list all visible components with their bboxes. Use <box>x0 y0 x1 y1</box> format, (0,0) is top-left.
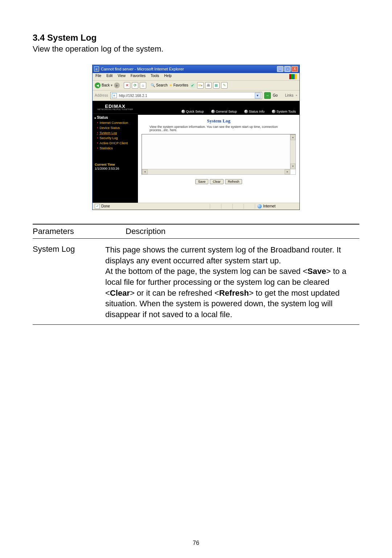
go-label: Go <box>273 94 278 97</box>
banner-status-info[interactable]: Status Info <box>244 110 265 113</box>
col-description: Description <box>126 227 166 236</box>
banner-system-tools[interactable]: System Tools <box>272 110 296 113</box>
sidebar-section-status[interactable]: Status <box>93 114 138 120</box>
banner-general-setup[interactable]: General Setup <box>211 110 237 113</box>
save-button[interactable]: Save <box>195 179 209 184</box>
search-button[interactable]: 🔍Search <box>151 84 168 87</box>
menu-view[interactable]: View <box>118 74 126 79</box>
sidebar-item-system-log[interactable]: System Log <box>97 130 138 136</box>
favorites-label: Favorites <box>173 84 188 87</box>
back-arrow-icon: ◄ <box>95 82 101 88</box>
page-number: 76 <box>0 540 392 546</box>
table-row: System Log This page shows the current s… <box>33 239 359 324</box>
menu-help[interactable]: Help <box>164 74 172 79</box>
current-time-label: Current Time <box>93 152 138 167</box>
main-panel: Quick Setup General Setup Status Info Sy… <box>138 101 299 203</box>
banner-label: System Tools <box>277 110 296 113</box>
top-banner: Quick Setup General Setup Status Info Sy… <box>138 101 299 115</box>
sidebar-item-device-status[interactable]: Device Status <box>97 125 138 130</box>
window-title: Cannot find server - Microsoft Internet … <box>101 67 277 71</box>
banner-label: Status Info <box>249 110 265 113</box>
status-done-label: Done <box>101 205 110 208</box>
address-box: e ▾ <box>110 92 262 99</box>
navigation-toolbar: ◄Back▾ ► · ✕ ⟳ ⌂ 🔍Search ★Favorites ✔ ✉▾… <box>93 81 299 90</box>
discuss-button[interactable]: ✎ <box>221 82 228 89</box>
ie-window: e Cannot find server - Microsoft Interne… <box>92 65 300 210</box>
panel-title: System Log <box>141 117 297 125</box>
refresh-button[interactable]: ⟳ <box>132 82 138 89</box>
mail-button[interactable]: ✉▾ <box>197 82 204 89</box>
desc-bold-clear: Clear <box>110 288 130 298</box>
desc-line-a: This page shows the current system log o… <box>105 245 341 265</box>
scroll-left-icon[interactable]: ◂ <box>142 169 148 174</box>
links-label[interactable]: Links <box>285 94 293 97</box>
url-input[interactable] <box>118 93 253 98</box>
table-header-row: Parameters Description <box>33 225 359 238</box>
ie-app-icon: e <box>94 66 99 72</box>
screenshot-figure: e Cannot find server - Microsoft Interne… <box>33 65 359 210</box>
forward-button[interactable]: ► <box>114 82 120 88</box>
sidebar-item-security-log[interactable]: Security Log <box>97 136 138 141</box>
star-icon: ★ <box>169 84 172 87</box>
home-button[interactable]: ⌂ <box>140 82 146 89</box>
menu-bar: File Edit View Favorites Tools Help <box>93 73 299 81</box>
menu-edit[interactable]: Edit <box>106 74 113 79</box>
favorites-button[interactable]: ★Favorites <box>169 84 188 87</box>
chevron-down-icon: ▾ <box>111 84 113 87</box>
print-button[interactable]: 🖶 <box>205 82 212 89</box>
desc-fragment: > or it can be refreshed < <box>130 288 219 298</box>
banner-label: General Setup <box>216 110 237 113</box>
search-label: Search <box>156 84 168 87</box>
menu-tools[interactable]: Tools <box>151 74 159 79</box>
table-rule-bottom <box>33 324 359 325</box>
section-heading: 3.4 System Log <box>33 33 359 43</box>
edit-button[interactable]: ▦ <box>213 82 220 89</box>
button-row: Save Clear Refresh <box>141 175 297 191</box>
sidebar-item-internet-connection[interactable]: Internet Connection <box>97 120 138 125</box>
desc-bold-refresh: Refresh <box>219 288 249 298</box>
horizontal-scrollbar[interactable]: ◂ ▸ <box>142 169 290 174</box>
menu-file[interactable]: File <box>95 74 101 79</box>
panel-description: View the system operation information. Y… <box>141 125 297 133</box>
address-bar: Address e ▾ → Go Links » <box>93 90 299 101</box>
back-label: Back <box>102 84 110 87</box>
sidebar-item-statistics[interactable]: Statistics <box>97 146 138 151</box>
parameter-table: Parameters Description System Log This p… <box>33 224 359 325</box>
param-name: System Log <box>33 244 105 320</box>
refresh-log-button[interactable]: Refresh <box>225 179 242 184</box>
scroll-down-icon[interactable]: ▾ <box>290 163 295 169</box>
page-icon: e <box>112 93 117 98</box>
close-button[interactable]: X <box>291 66 298 72</box>
address-label: Address <box>95 94 108 97</box>
stop-button[interactable]: ✕ <box>124 82 130 89</box>
back-button[interactable]: ◄Back▾ <box>95 82 113 88</box>
search-icon: 🔍 <box>151 84 155 87</box>
scroll-up-icon[interactable]: ▴ <box>290 134 295 140</box>
globe-icon <box>272 110 275 113</box>
sidebar-nav: Internet Connection Device Status System… <box>93 120 138 152</box>
logo-tagline: NETWORKING PEOPLE TOGETHER <box>98 109 133 110</box>
minimize-button[interactable]: _ <box>277 66 283 72</box>
done-icon: ✔ <box>95 204 100 209</box>
menu-favorites[interactable]: Favorites <box>131 74 146 79</box>
sidebar: EDIMAX NETWORKING PEOPLE TOGETHER Status… <box>93 101 138 203</box>
desc-fragment: At the bottom of the page, the system lo… <box>105 267 307 276</box>
current-time-value: 1/1/2000 3:53:26 <box>93 167 138 173</box>
param-description: This page shows the current system log o… <box>105 244 359 320</box>
clear-button[interactable]: Clear <box>210 179 224 184</box>
banner-quick-setup[interactable]: Quick Setup <box>181 110 204 113</box>
vertical-scrollbar[interactable]: ▴ ▾ <box>290 134 295 169</box>
status-zone-label: Internet <box>263 205 275 208</box>
scroll-right-icon[interactable]: ▸ <box>285 169 290 174</box>
history-button[interactable]: ✔ <box>190 82 196 88</box>
maximize-button[interactable]: ▢ <box>284 66 291 72</box>
internet-zone-icon <box>257 204 262 209</box>
log-viewer: ▴ ▾ ◂ ▸ <box>142 134 296 175</box>
go-button[interactable]: → <box>264 92 271 99</box>
windows-flag-icon <box>289 74 297 79</box>
address-dropdown[interactable]: ▾ <box>255 93 261 98</box>
sidebar-item-active-dhcp-client[interactable]: Active DHCP Client <box>97 141 138 146</box>
links-chevron-icon[interactable]: » <box>296 94 297 97</box>
banner-label: Quick Setup <box>186 110 204 113</box>
content-panel: System Log View the system operation inf… <box>138 115 299 203</box>
